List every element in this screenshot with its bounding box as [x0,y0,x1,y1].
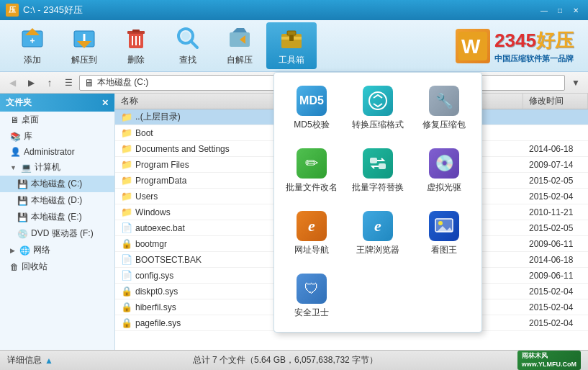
admin-icon: 👤 [10,147,21,157]
file-date: 2009-06-11 [523,271,588,281]
file-name: BOOTSECT.BAK [135,255,202,265]
sidebar-close-button[interactable]: ✕ [101,98,109,108]
dropdown-convert[interactable]: 转换压缩格式 [348,80,408,137]
toolbox-label: 工具箱 [279,54,304,66]
file-icon: 📄 [121,270,132,281]
col-header-date[interactable]: 修改时间 [523,94,588,109]
toolbox-button[interactable]: 工具箱 [266,22,317,69]
svg-line-13 [191,41,197,48]
folder-icon: 📁 [121,159,132,170]
dropdown-navigate[interactable]: e 网址导航 [281,205,342,262]
sidebar-item-admin[interactable]: 👤 Administrator [0,145,114,159]
title-bar: 压 C:\ - 2345好压 — □ ✕ [0,0,588,20]
batchrename-label: 批量文件改名 [286,181,338,194]
back-button[interactable]: ◀ [4,75,20,91]
address-text: 本地磁盘 (C:) [97,76,148,89]
file-name: Boot [135,128,153,138]
folder-icon: 📁 [121,175,132,186]
watermark: 雨林木风 www.YLMFU.CoM [517,351,581,370]
sidebar-item-diskd[interactable]: 💾 本地磁盘 (D:) [0,192,114,209]
status-text: 总计 7 个文件（5.64 GB，6,057,638,732 字节） [53,354,517,366]
sidebar-item-library[interactable]: 📚 库 [0,128,114,145]
file-name: Program Files [135,160,189,170]
file-name: Users [135,191,158,202]
sidebar-item-dvd[interactable]: 💿 DVD 驱动器 (F:) [0,225,114,242]
repair-icon: 🔧 [429,86,459,116]
sidebar-item-desktop[interactable]: 🖥 桌面 [0,112,114,128]
detail-info-label: 详细信息 [7,354,42,366]
detail-expand-button[interactable]: ▲ [45,356,53,366]
dvd-label: DVD 驱动器 (F:) [31,227,94,240]
svg-marker-16 [232,28,247,32]
toolbox-icon [279,25,304,51]
dropdown-batchrename[interactable]: ✏ 批量文件改名 [281,143,342,199]
sidebar-header: 文件夹 ✕ [0,94,114,112]
status-left: 详细信息 ▲ [7,354,53,366]
window-title: C:\ - 2345好压 [23,4,83,17]
file-date: 2015-02-04 [523,302,588,312]
svg-point-28 [438,221,443,225]
diskc-label: 本地磁盘 (C:) [31,178,82,190]
dropdown-md5[interactable]: MD5 MD5校验 [281,80,342,137]
delete-button[interactable]: 删除 [111,22,161,69]
sidebar-item-diskc[interactable]: 💾 本地磁盘 (C:) [0,176,114,192]
extract-button[interactable]: 解压到 [59,22,109,69]
file-name: Windows [135,207,171,217]
up-button[interactable]: ↑ [42,75,58,91]
search-button[interactable]: 查找 [163,22,213,69]
imageview-label: 看图王 [431,244,457,256]
file-icon: 📄 [121,254,132,265]
dropdown-virtualdisk[interactable]: 💿 虚拟光驱 [414,143,474,199]
dropdown-batchreplace[interactable]: 批量字符替换 [348,143,408,199]
toolbar: + 添加 解压到 [0,20,588,72]
computer-label: 计算机 [35,161,60,173]
selfextract-label: 自解压 [227,54,253,66]
window-controls: — □ ✕ [538,4,582,17]
file-name: diskpt0.sys [135,286,178,297]
close-button[interactable]: ✕ [569,4,582,17]
svg-rect-8 [132,30,140,32]
sidebar-item-diske[interactable]: 💾 本地磁盘 (E:) [0,209,114,225]
md5-label: MD5校验 [294,119,329,131]
batchreplace-icon [363,148,393,179]
svg-rect-26 [379,163,386,169]
status-bar: 详细信息 ▲ 总计 7 个文件（5.64 GB，6,057,638,732 字节… [0,350,588,370]
view-button[interactable]: ☰ [60,75,76,91]
dropdown-repair[interactable]: 🔧 修复压缩包 [414,80,474,137]
maximize-button[interactable]: □ [553,4,566,17]
folder-icon: 📁 [121,191,132,202]
minimize-button[interactable]: — [538,4,551,17]
diske-icon: 💾 [17,212,28,222]
diske-label: 本地磁盘 (E:) [31,211,82,223]
address-dropdown-button[interactable]: ▼ [568,75,584,91]
forward-button[interactable]: ▶ [23,75,39,91]
navigate-label: 网址导航 [294,244,329,256]
sidebar-item-network[interactable]: ▶ 🌐 网络 [0,242,114,258]
selfextract-button[interactable]: 自解压 [214,22,265,69]
file-date: 2015-02-04 [523,286,588,297]
batchreplace-label: 批量字符替换 [352,181,404,194]
sidebar-item-recycle[interactable]: 🗑 回收站 [0,258,114,275]
file-name: Documents and Settings [135,144,230,154]
file-date: 2015-02-05 [523,223,588,233]
diskc-icon: 💾 [17,179,28,189]
expand-arrow: ▼ [10,164,17,171]
diskd-label: 本地磁盘 (D:) [31,194,82,207]
file-date: 2015-02-05 [523,176,588,186]
add-icon: + [19,25,45,51]
md5-icon: MD5 [297,86,327,116]
svg-text:W: W [461,35,481,58]
security-label: 安全卫士 [294,307,329,319]
dropdown-imageview[interactable]: 看图王 [414,205,474,262]
dropdown-security[interactable]: 🛡 安全卫士 [281,268,342,325]
desktop-label: 桌面 [22,114,39,126]
file-name: autoexec.bat [135,223,185,233]
file-date: 2009-07-14 [523,160,588,170]
file-name: hiberfil.sys [135,302,176,312]
file-icon: 🔒 [121,286,132,297]
file-icon: 🔒 [121,238,132,249]
dropdown-browser[interactable]: e 王牌浏览器 [348,205,408,262]
add-button[interactable]: + 添加 [7,22,58,69]
sidebar-item-computer[interactable]: ▼ 💻 计算机 [0,159,114,176]
desktop-icon: 🖥 [10,115,19,125]
